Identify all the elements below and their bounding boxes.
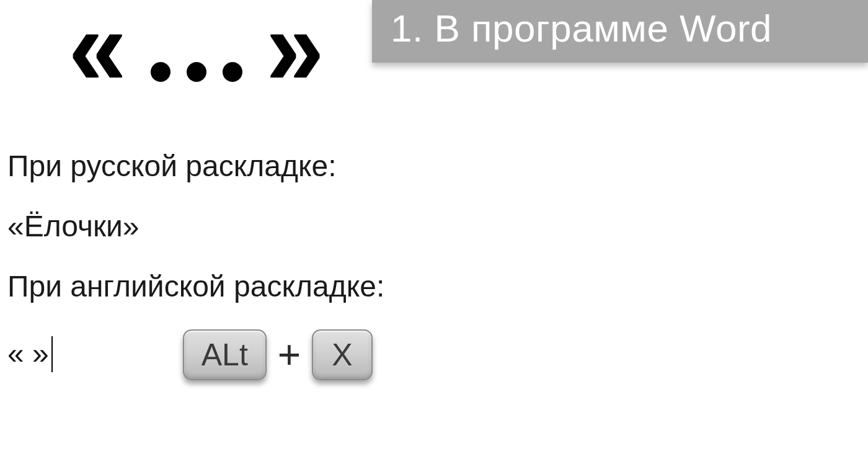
plus-icon: + [278, 332, 301, 378]
guillemets-symbol-display: « » [0, 0, 372, 99]
shortcut-keys: ALt + X [183, 329, 373, 380]
close-guillemet-icon: » [266, 0, 325, 102]
x-key: X [312, 329, 372, 380]
ellipsis-icon [151, 62, 242, 99]
russian-layout-label: При русской раскладке: [7, 149, 868, 183]
russian-layout-example: «Ёлочки» [7, 209, 868, 243]
alt-key: ALt [183, 329, 267, 380]
content-body: При русской раскладке: «Ёлочки» При англ… [0, 99, 868, 380]
open-guillemet-icon: « [68, 0, 127, 102]
slide-title: 1. В программе Word [372, 0, 868, 63]
text-cursor-icon [51, 336, 53, 372]
english-layout-example: « » [7, 336, 53, 373]
english-layout-label: При английской раскладке: [7, 269, 868, 303]
